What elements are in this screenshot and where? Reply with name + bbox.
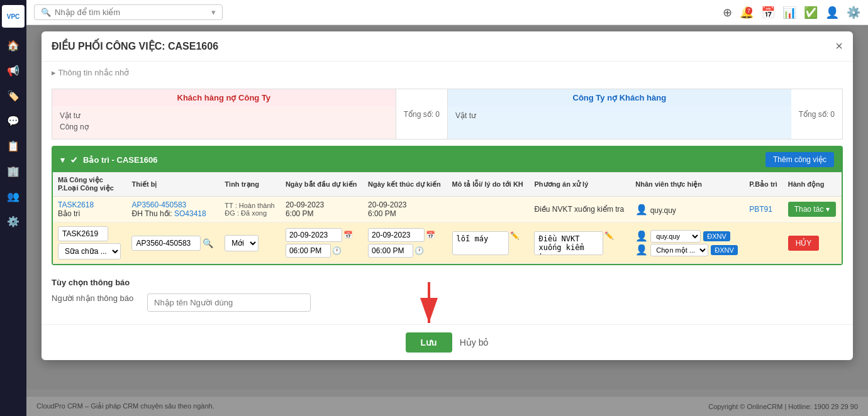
sidebar-icon-home[interactable]: 🏠 [2,34,25,57]
debt-tong-so-left: Tổng số: 0 [396,89,447,139]
col-p-bao-tri: P.Bảo trì [744,172,782,197]
edit-cell-ma: Sữa chữa ... [53,222,126,264]
person-icon-1: 👤 [635,230,648,242]
dxnv-button-2[interactable]: ĐXNV [711,245,738,255]
modal-footer: Lưu Hủy bỏ [42,324,853,360]
edit-ma-input[interactable] [58,226,108,241]
modal-close-button[interactable]: × [835,39,843,53]
cancel-row-button[interactable]: HỦY [788,236,820,251]
cell-nhan-vien: 👤 quy.quy [630,197,744,222]
add-task-button[interactable]: Thêm công việc [765,152,834,167]
search-thiet-bi-icon[interactable]: 🔍 [203,238,213,248]
nhan-vien-2-select[interactable]: Chọn một ... [650,244,708,256]
person-icon-2: 👤 [635,244,648,256]
person-row-1: 👤 quy.quy ĐXNV [635,230,739,243]
edit-phuong-an-icon[interactable]: ✏️ [604,231,614,240]
cell-mo-ta [447,197,530,222]
topbar-gear-icon[interactable]: ⚙️ [847,6,860,19]
don-hang-prefix: ĐH Thu hồi: [131,209,174,218]
sidebar-icon-list[interactable]: 📋 [2,134,25,157]
nhan-vien-1-select[interactable]: quy.quy [650,230,701,243]
edit-cell-hanh-dong: HỦY [783,222,842,264]
cell-ma: TASK2618 Bảo trì [53,197,126,222]
topbar-add-icon[interactable]: ⊕ [723,6,732,19]
cell-ngay-bat-dau: 20-09-2023 6:00 PM [281,197,363,222]
clock-bat-dau-icon[interactable]: 🕐 [332,246,342,255]
debt-tong-so-right: Tổng số: 0 [791,89,842,139]
task-table-head: Mã Công việcP.Loại Công việc Thiết bị Tì… [53,172,842,197]
dxnv-button-1[interactable]: ĐXNV [703,231,730,241]
thiet-bi-link[interactable]: AP3560-450583 [131,200,186,209]
task-expand-icon[interactable]: ▾ [60,155,65,165]
edit-gio-ket-thuc-input[interactable] [368,244,413,258]
ngay-ket-thuc-time: 6:00 PM [368,209,442,218]
topbar-bell-icon[interactable]: 🔔7 [740,6,754,19]
cell-p-bao-tri: PBT91 [744,197,782,222]
topbar-user-icon[interactable]: 👤 [825,6,839,19]
section-collapse-icon: ▸ [52,68,56,77]
sidebar-icon-settings[interactable]: ⚙️ [2,210,25,233]
section-info: ▸ Thông tin nhắc nhở [42,62,853,89]
col-ma-cong-viec: Mã Công việcP.Loại Công việc [53,172,126,197]
notification-title: Tùy chọn thông báo [52,278,843,287]
sidebar-icon-chat[interactable]: 💬 [2,109,25,132]
sidebar: VPC 🏠 📢 🏷️ 💬 📋 🏢 👥 ⚙️ [0,0,26,390]
sidebar-icon-tag[interactable]: 🏷️ [2,84,25,107]
task-section-header: ▾ Bảo trì - CASE1606 Thêm công việc [53,147,842,172]
notification-section: Tùy chọn thông báo Người nhận thông báo [52,271,843,318]
cancel-button[interactable]: Hủy bỏ [460,337,489,348]
clock-ket-thuc-icon[interactable]: 🕐 [415,246,424,255]
debt-customer-header: Khách hàng nợ Công Ty [52,89,396,106]
sidebar-icon-users[interactable]: 👥 [2,185,25,207]
topbar: 🔍 ▾ ⊕ 🔔7 📅 📊 ✅ 👤 ⚙️ [26,0,868,25]
section-info-header[interactable]: ▸ Thông tin nhắc nhở [52,68,843,77]
cell-tinh-trang: TT : Hoàn thành ĐG : Đã xong [220,197,281,222]
calendar-bat-dau-icon[interactable]: 📅 [343,231,353,239]
search-dropdown-icon[interactable]: ▾ [211,8,216,17]
modal-overlay: ĐIỀU PHỐI CÔNG VIỆC: CASE1606 × ▸ Thông … [26,25,868,390]
edit-mo-ta-textarea[interactable]: lỗi máy [452,231,509,255]
edit-cell-thiet-bi: 🔍 [126,222,220,264]
action-dropdown-icon: ▾ [826,205,830,214]
action-button[interactable]: Thao tác ▾ [788,202,836,217]
save-button[interactable]: Lưu [406,332,452,353]
edit-phuong-an-textarea[interactable]: Điều NVKT xuống kiểm tra [534,231,603,255]
sidebar-icon-building[interactable]: 🏢 [2,160,25,182]
task-loai: Bảo trì [58,209,81,218]
notification-input[interactable] [147,293,311,312]
debt-vat-tu-label-right: Vật tư [455,111,476,120]
don-hang-link[interactable]: SO43418 [174,209,206,218]
save-button-wrapper: Lưu [406,332,452,353]
topbar-calendar-icon[interactable]: 📅 [761,6,775,19]
edit-loai-select[interactable]: Sữa chữa ... [58,243,121,260]
edit-mo-ta-icon[interactable]: ✏️ [510,231,520,240]
debt-vat-tu-label-left: Vật tư [60,111,81,120]
edit-ngay-ket-thuc-input[interactable] [368,228,425,242]
debt-tong-so-left-label: Tổng số: 0 [404,110,440,119]
debt-company-header: Công Ty nợ Khách hàng [448,89,791,106]
edit-tinh-trang-select[interactable]: Mới [225,235,259,251]
cell-phuong-an: Điều NVKT xuống kiểm tra [529,197,630,222]
sidebar-logo: VPC [2,5,25,28]
search-input[interactable] [55,8,181,17]
task-checkbox[interactable] [70,156,78,164]
topbar-search-wrapper: 🔍 ▾ [34,4,223,20]
edit-ngay-bat-dau-input[interactable] [286,228,342,242]
topbar-check-icon[interactable]: ✅ [804,6,818,19]
task-table-body: TASK2618 Bảo trì AP3560-450583 ĐH Thu hồ… [53,197,842,264]
col-thiet-bi: Thiết bị [126,172,220,197]
task-table-header-row: Mã Công việcP.Loại Công việc Thiết bị Tì… [53,172,842,197]
edit-thiet-bi-input[interactable] [131,236,201,251]
sidebar-icon-announce[interactable]: 📢 [2,59,25,82]
task-id-link[interactable]: TASK2618 [58,200,94,209]
edit-gio-bat-dau-input[interactable] [286,244,331,258]
cell-hanh-dong: Thao tác ▾ [783,197,842,222]
edit-cell-ngay-bat-dau: 📅 🕐 [281,222,363,264]
p-bao-tri-link[interactable]: PBT91 [749,205,772,214]
topbar-chart-icon[interactable]: 📊 [782,6,796,19]
calendar-ket-thuc-icon[interactable]: 📅 [426,231,435,239]
edit-cell-p-bao-tri [744,222,782,264]
debt-cong-no-label: Công nợ [60,123,89,131]
edit-cell-tinh-trang: Mới [220,222,281,264]
task-section-title: Bảo trì - CASE1606 [83,155,158,165]
